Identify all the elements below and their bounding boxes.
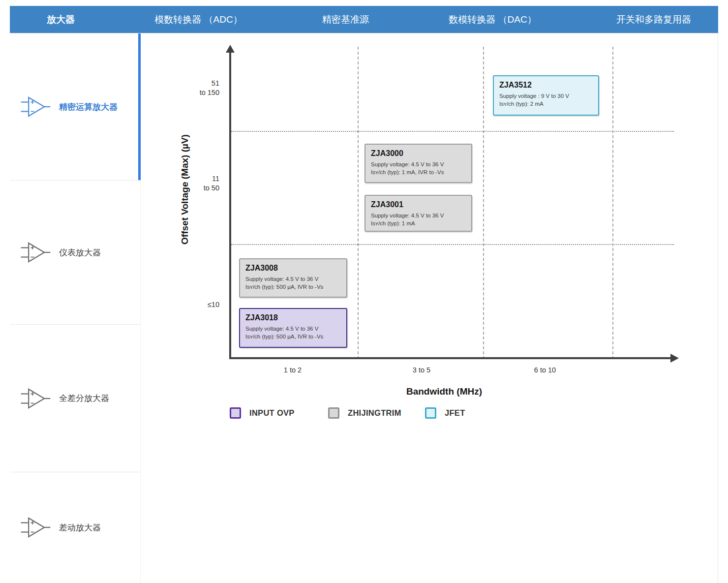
product-spec: Isʏ/ch (typ): 2 mA <box>499 100 593 108</box>
product-spec: Supply voltage : 9 V to 30 V <box>499 92 593 100</box>
top-nav: 放大器 模数转换器 （ADC） 精密基准源 数模转换器 （DAC） 开关和多路复… <box>10 6 718 33</box>
x-axis-arrow-icon <box>670 354 679 363</box>
product-name: ZJA3000 <box>371 149 466 158</box>
y-axis-arrow-icon <box>226 45 235 53</box>
product-selector-page: 放大器 模数转换器 （ADC） 精密基准源 数模转换器 （DAC） 开关和多路复… <box>0 0 728 583</box>
nav-item-adc[interactable]: 模数转换器 （ADC） <box>154 13 242 26</box>
y-axis-title: Offset Voltage (Max) (µV) <box>180 134 190 245</box>
product-spec: Supply voltage: 4.5 V to 36 V <box>371 212 466 219</box>
product-card-zja3001[interactable]: ZJA3001 Supply voltage: 4.5 V to 36 V Is… <box>364 195 472 232</box>
vertical-gridline <box>358 47 359 359</box>
sidebar-item-instrumentation-amp[interactable]: 仪表放大器 <box>10 181 140 325</box>
product-spec: Isʏ/ch (typ): 1 mA <box>371 219 466 227</box>
product-spec: Supply voltage: 4.5 V to 36 V <box>371 160 466 168</box>
vertical-gridline <box>483 47 484 359</box>
nav-item-switches-mux[interactable]: 开关和多路复用器 <box>616 13 691 26</box>
product-spec: Supply voltage: 4.5 V to 36 V <box>245 325 341 333</box>
horizontal-gridline <box>231 131 674 132</box>
sidebar-item-label: 全差分放大器 <box>59 393 109 404</box>
sidebar-item-label: 精密运算放大器 <box>59 101 118 113</box>
y-tick-51-150: 51 to 150 <box>167 79 219 97</box>
legend-label: JFET <box>445 408 465 418</box>
opamp-icon <box>20 240 51 265</box>
product-spec: Isʏ/ch (typ): 500 µA, IVR to -Vs <box>245 283 341 291</box>
x-tick-1-2: 1 to 2 <box>266 366 320 374</box>
product-name: ZJA3008 <box>245 264 341 273</box>
y-axis-line <box>229 52 231 358</box>
product-name: ZJA3001 <box>371 200 466 209</box>
legend-item-zhijingtrim: ZHIJINGTRIM <box>328 407 401 419</box>
amplifier-category-sidebar: 精密运算放大器 仪表放大器 全差分放大器 差动放大器 <box>10 33 141 583</box>
horizontal-gridline <box>231 244 674 245</box>
input-ovp-swatch-icon <box>230 407 241 419</box>
sidebar-item-label: 差动放大器 <box>59 522 101 533</box>
x-axis-line <box>229 357 671 359</box>
product-card-zja3018[interactable]: ZJA3018 Supply voltage: 4.5 V to 36 V Is… <box>239 308 347 348</box>
zhijingtrim-swatch-icon <box>328 407 339 419</box>
x-tick-6-10: 6 to 10 <box>518 366 572 374</box>
product-card-zja3008[interactable]: ZJA3008 Supply voltage: 4.5 V to 36 V Is… <box>239 258 347 298</box>
nav-item-amplifiers[interactable]: 放大器 <box>47 13 75 26</box>
x-tick-3-5: 3 to 5 <box>394 366 449 374</box>
opamp-icon <box>20 94 51 120</box>
product-name: ZJA3512 <box>499 81 593 90</box>
sidebar-item-label: 仪表放大器 <box>59 247 101 258</box>
jfet-swatch-icon <box>425 407 436 419</box>
product-spec: Isʏ/ch (typ): 1 mA, IVR to -Vs <box>371 168 466 176</box>
legend-item-input-ovp: INPUT OVP <box>230 407 295 419</box>
nav-item-dac[interactable]: 数模转换器 （DAC） <box>449 13 536 26</box>
opamp-icon <box>20 386 51 411</box>
nav-item-voltage-reference[interactable]: 精密基准源 <box>322 13 369 26</box>
vertical-gridline <box>612 47 613 359</box>
legend-item-jfet: JFET <box>425 407 465 419</box>
y-tick-le-10: ≤10 <box>167 300 219 309</box>
opamp-icon <box>20 515 51 540</box>
sidebar-item-precision-opamp[interactable]: 精密运算放大器 <box>10 33 140 181</box>
sidebar-item-difference-amp[interactable]: 差动放大器 <box>10 472 140 583</box>
product-name: ZJA3018 <box>245 313 341 322</box>
legend-label: INPUT OVP <box>249 408 295 418</box>
y-tick-11-50: 11 to 50 <box>167 174 219 193</box>
legend-label: ZHIJINGTRIM <box>348 408 401 418</box>
sidebar-item-fully-differential-amp[interactable]: 全差分放大器 <box>10 325 140 472</box>
product-card-zja3512[interactable]: ZJA3512 Supply voltage : 9 V to 30 V Isʏ… <box>493 75 599 116</box>
product-spec: Isʏ/ch (typ): 500 µA, IVR to -Vs <box>245 333 341 340</box>
product-spec: Supply voltage: 4.5 V to 36 V <box>245 275 341 283</box>
product-card-zja3000[interactable]: ZJA3000 Supply voltage: 4.5 V to 36 V Is… <box>364 144 472 183</box>
x-axis-title: Bandwidth (MHz) <box>346 386 543 397</box>
